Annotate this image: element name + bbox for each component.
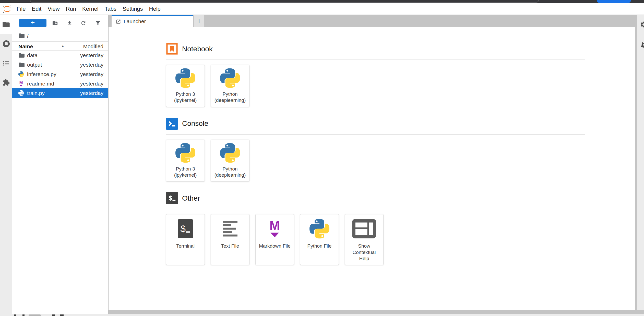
file-modified: yesterday <box>80 52 103 58</box>
card-console-python3-ipykernel[interactable]: Python 3 (ipykernel) <box>166 140 205 182</box>
python-logo-icon <box>220 65 240 91</box>
section-title: Console <box>182 119 208 128</box>
file-name: data <box>27 52 80 58</box>
breadcrumb-root[interactable]: / <box>27 33 29 39</box>
breadcrumb-home-folder-icon[interactable] <box>18 33 25 38</box>
status-item-partial <box>14 314 16 316</box>
file-modified: yesterday <box>80 81 103 87</box>
card-label: Python (deeplearning) <box>214 166 246 181</box>
card-label: Markdown File <box>259 243 291 252</box>
menu-bar: File Edit View Run Kernel Tabs Settings … <box>0 3 644 15</box>
launcher-section-notebook: Notebook Python 3 (ipykernel) Python (de… <box>166 43 635 107</box>
card-python-file[interactable]: Python File <box>300 214 339 265</box>
gear-icon[interactable] <box>640 21 644 28</box>
card-markdown-file[interactable]: Markdown File <box>255 214 294 265</box>
browser-chrome-strip <box>0 0 644 3</box>
file-row-readme-md[interactable]: readme.md yesterday <box>12 79 108 88</box>
new-launcher-button[interactable]: + <box>19 19 46 27</box>
refresh-icon[interactable] <box>80 20 86 26</box>
file-row-inference-py[interactable]: inference.py yesterday <box>12 69 108 79</box>
menu-edit[interactable]: Edit <box>29 3 44 15</box>
upload-icon[interactable] <box>67 20 73 26</box>
launcher-icon <box>116 19 121 24</box>
card-terminal[interactable]: Terminal <box>166 214 205 265</box>
file-modified: yesterday <box>80 62 103 68</box>
notebook-icon <box>166 43 178 55</box>
sidebar-tab-file-browser[interactable] <box>0 15 12 34</box>
card-label: Text File <box>214 243 246 252</box>
section-divider <box>166 59 585 60</box>
menu-view[interactable]: View <box>44 3 63 15</box>
card-show-contextual-help[interactable]: Show Contextual Help <box>345 214 384 265</box>
python-file-icon <box>18 71 25 78</box>
status-item-partial <box>22 314 25 316</box>
status-item-partial <box>29 314 41 316</box>
status-bar-clipped <box>0 314 644 316</box>
browser-accent-button[interactable] <box>597 0 631 3</box>
file-name: train.py <box>27 90 80 96</box>
console-icon <box>166 118 178 130</box>
card-notebook-python3-ipykernel[interactable]: Python 3 (ipykernel) <box>166 65 205 107</box>
python-logo-icon <box>175 140 195 166</box>
new-folder-icon[interactable] <box>52 20 58 26</box>
terminal-dollar-icon <box>166 192 178 204</box>
card-text-file[interactable]: Text File <box>211 214 249 265</box>
launcher-content: Notebook Python 3 (ipykernel) Python (de… <box>109 27 635 310</box>
section-title: Other <box>182 194 200 202</box>
menu-kernel[interactable]: Kernel <box>79 3 102 15</box>
card-label: Python 3 (ipykernel) <box>169 91 202 107</box>
sidebar-tab-extensions[interactable] <box>0 73 12 92</box>
column-header-modified[interactable]: Modified <box>83 43 103 50</box>
card-label: Python File <box>303 243 336 252</box>
card-notebook-python-deeplearning[interactable]: Python (deeplearning) <box>211 65 249 107</box>
sort-ascending-icon: ▲ <box>61 44 64 48</box>
bug-icon[interactable] <box>640 41 644 48</box>
section-divider <box>166 134 585 135</box>
jupyterlab-window: File Edit View Run Kernel Tabs Settings … <box>0 0 644 316</box>
menu-help[interactable]: Help <box>146 3 164 15</box>
left-activity-bar <box>0 15 12 314</box>
card-label: Python (deeplearning) <box>214 91 246 107</box>
python-file-icon <box>18 90 25 96</box>
new-tab-button[interactable]: + <box>194 15 204 27</box>
file-row-output[interactable]: output yesterday <box>12 60 108 69</box>
contextual-help-icon <box>352 214 376 243</box>
menu-items: File Edit View Run Kernel Tabs Settings … <box>14 3 164 15</box>
launcher-section-other: Other Terminal Text File <box>166 192 635 265</box>
menu-file[interactable]: File <box>14 3 29 15</box>
folder-icon <box>18 62 25 68</box>
main-dock-panel: Launcher + Notebook Python 3 (ipykernel <box>109 15 635 310</box>
text-file-icon <box>223 214 237 243</box>
terminal-icon <box>178 214 193 243</box>
card-label: Show Contextual Help <box>348 243 380 265</box>
card-console-python-deeplearning[interactable]: Python (deeplearning) <box>211 140 249 182</box>
browser-address-bar[interactable] <box>30 0 539 3</box>
file-list: data yesterday output yesterday inferenc… <box>12 51 108 98</box>
file-row-data[interactable]: data yesterday <box>12 51 108 60</box>
file-row-train-py-selected[interactable]: train.py yesterday <box>12 88 108 98</box>
puzzle-icon <box>3 79 10 86</box>
column-divider <box>71 43 71 50</box>
console-cards: Python 3 (ipykernel) Python (deeplearnin… <box>166 140 635 182</box>
launcher-section-console: Console Python 3 (ipykernel) Python (dee… <box>166 118 635 182</box>
tab-launcher[interactable]: Launcher <box>112 15 193 27</box>
launcher-body: Notebook Python 3 (ipykernel) Python (de… <box>109 27 635 265</box>
bottom-border-band <box>109 310 644 314</box>
tab-bar: Launcher + <box>109 15 635 27</box>
jupyter-logo-icon <box>3 4 12 14</box>
tab-label: Launcher <box>124 18 146 25</box>
folder-icon <box>18 52 25 59</box>
sidebar-tab-table-of-contents[interactable] <box>0 53 12 73</box>
section-header: Console <box>166 118 635 130</box>
column-header-name[interactable]: Name <box>18 43 33 50</box>
right-activity-bar <box>637 15 644 314</box>
other-cards: Terminal Text File Markdown File Py <box>166 214 635 265</box>
menu-settings[interactable]: Settings <box>120 3 146 15</box>
card-label: Python 3 (ipykernel) <box>169 166 202 181</box>
menu-tabs[interactable]: Tabs <box>102 3 120 15</box>
markdown-icon <box>267 214 283 243</box>
menu-run[interactable]: Run <box>63 3 79 15</box>
sidebar-tab-running-sessions[interactable] <box>0 34 12 53</box>
right-panel-splitter[interactable] <box>635 15 637 314</box>
filter-icon[interactable] <box>95 20 101 26</box>
